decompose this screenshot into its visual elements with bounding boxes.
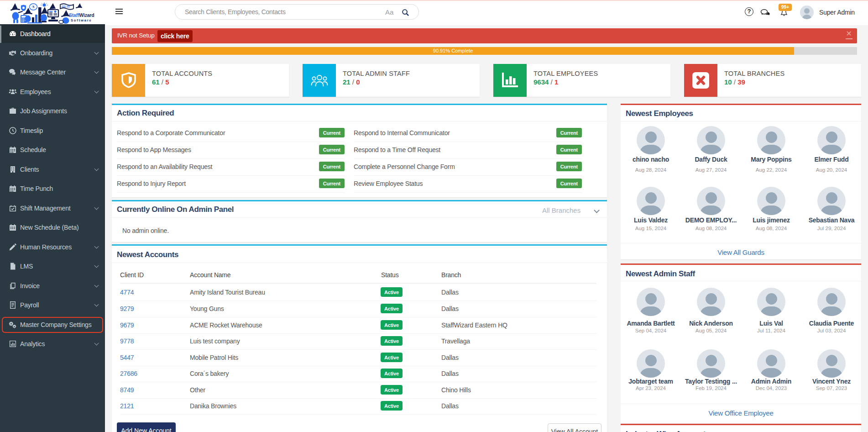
svg-text:StaffWizard: StaffWizard — [69, 12, 94, 18]
svg-text:Software: Software — [71, 18, 92, 22]
